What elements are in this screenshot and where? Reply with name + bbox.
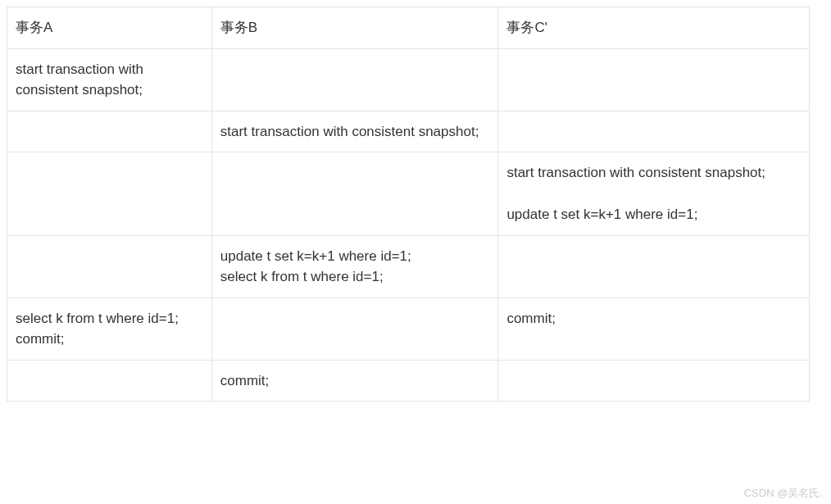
header-col-c: 事务C' — [498, 7, 810, 49]
cell-c — [498, 360, 810, 402]
cell-c: commit; — [498, 297, 810, 360]
watermark: CSDN @吴名氏. — [744, 486, 823, 501]
cell-a — [7, 152, 212, 236]
table-row: update t set k=k+1 where id=1; select k … — [7, 235, 810, 297]
transaction-table: 事务A 事务B 事务C' start transaction with cons… — [7, 7, 810, 402]
table-row: select k from t where id=1; commit; comm… — [7, 297, 810, 360]
cell-a — [7, 111, 212, 152]
cell-b: commit; — [211, 360, 498, 402]
cell-a: select k from t where id=1; commit; — [7, 297, 212, 360]
header-col-a: 事务A — [7, 7, 212, 49]
cell-b — [211, 152, 498, 236]
cell-a — [7, 360, 212, 402]
table-row: commit; — [7, 360, 810, 402]
header-col-b: 事务B — [211, 7, 498, 49]
cell-a — [7, 235, 212, 297]
table-header-row: 事务A 事务B 事务C' — [7, 7, 810, 49]
table-row: start transaction with consistent snapsh… — [7, 48, 810, 111]
cell-b: update t set k=k+1 where id=1; select k … — [211, 235, 498, 297]
cell-c — [498, 235, 810, 297]
table-row: start transaction with consistent snapsh… — [7, 152, 810, 236]
table-row: start transaction with consistent snapsh… — [7, 111, 810, 152]
cell-b: start transaction with consistent snapsh… — [211, 111, 498, 152]
cell-b — [211, 48, 498, 111]
cell-b — [211, 297, 498, 360]
cell-c: start transaction with consistent snapsh… — [498, 152, 810, 236]
cell-c — [498, 48, 810, 111]
cell-c — [498, 111, 810, 152]
cell-a: start transaction with consistent snapsh… — [7, 48, 212, 111]
